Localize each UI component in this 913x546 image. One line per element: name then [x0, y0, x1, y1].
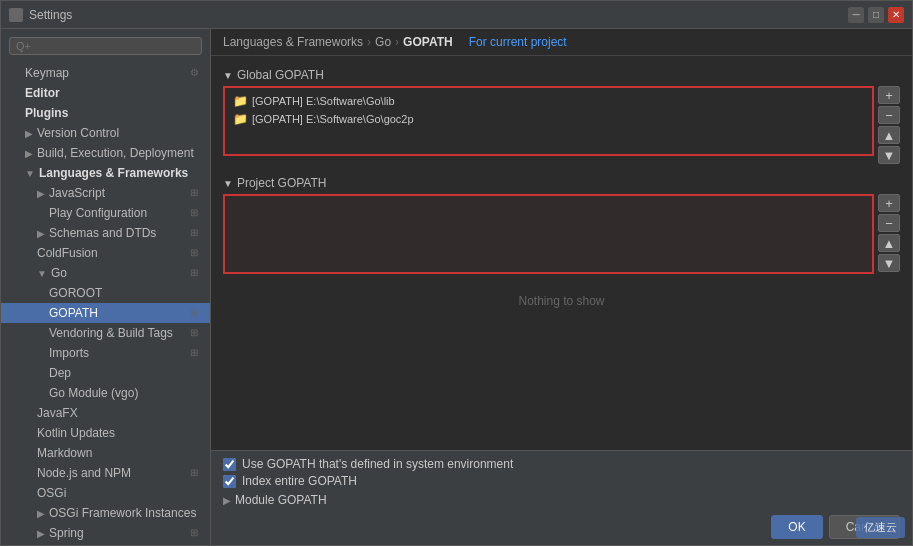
global-add-button[interactable]: + [878, 86, 900, 104]
window-icon [9, 8, 23, 22]
sidebar: Keymap ⚙ Editor Plugins ▶ Version Contro… [1, 29, 211, 545]
footer: Use GOPATH that's defined in system envi… [211, 450, 912, 545]
breadcrumb-sep2: › [395, 35, 399, 49]
external-icon5: ⊞ [190, 267, 202, 279]
sidebar-item-gopath[interactable]: GOPATH ⊞ [1, 303, 210, 323]
imports-label: Imports [49, 346, 89, 360]
footer-buttons: OK Cancel [223, 515, 900, 539]
project-add-button[interactable]: + [878, 194, 900, 212]
search-input[interactable] [9, 37, 202, 55]
search-bar [1, 33, 210, 59]
external-icon9: ⊞ [190, 467, 202, 479]
sidebar-item-javascript[interactable]: ▶ JavaScript ⊞ [1, 183, 210, 203]
breadcrumb-link[interactable]: For current project [469, 35, 567, 49]
external-icon8: ⊞ [190, 347, 202, 359]
folder-icon-1: 📁 [233, 112, 248, 126]
sidebar-item-osgi[interactable]: OSGi [1, 483, 210, 503]
module-label: Module GOPATH [235, 493, 327, 507]
project-up-button[interactable]: ▲ [878, 234, 900, 252]
global-path-label-0: [GOPATH] E:\Software\Go\lib [252, 95, 395, 107]
ok-button[interactable]: OK [771, 515, 822, 539]
panel-body: ▼ Global GOPATH 📁 [GOPATH] E:\Software\G… [211, 56, 912, 450]
use-gopath-label: Use GOPATH that's defined in system envi… [242, 457, 513, 471]
osgi-framework-label: OSGi Framework Instances [49, 506, 196, 520]
window-title: Settings [29, 8, 848, 22]
external-icon4: ⊞ [190, 247, 202, 259]
arrow-right-icon3: ▶ [37, 188, 45, 199]
project-btn-group: + − ▲ ▼ [878, 194, 900, 272]
global-gopath-title: Global GOPATH [237, 68, 324, 82]
index-gopath-checkbox[interactable] [223, 475, 236, 488]
external-icon2: ⊞ [190, 207, 202, 219]
vendoring-label: Vendoring & Build Tags [49, 326, 173, 340]
keymap-label: Keymap [25, 66, 69, 80]
project-gopath-header: ▼ Project GOPATH [211, 172, 912, 194]
external-icon: ⊞ [190, 187, 202, 199]
sidebar-item-plugins[interactable]: Plugins [1, 103, 210, 123]
settings-icon: ⚙ [190, 67, 202, 79]
breadcrumb-go: Go [375, 35, 391, 49]
sidebar-item-imports[interactable]: Imports ⊞ [1, 343, 210, 363]
global-section: 📁 [GOPATH] E:\Software\Go\lib 📁 [GOPATH]… [211, 86, 912, 164]
sidebar-item-play-configuration[interactable]: Play Configuration ⊞ [1, 203, 210, 223]
module-section[interactable]: ▶ Module GOPATH [223, 491, 900, 509]
project-list-row: + − ▲ ▼ [223, 194, 900, 274]
sidebar-item-languages-frameworks[interactable]: ▼ Languages & Frameworks [1, 163, 210, 183]
goroot-label: GOROOT [49, 286, 102, 300]
sidebar-item-coldfusion[interactable]: ColdFusion ⊞ [1, 243, 210, 263]
arrow-right-icon: ▶ [25, 128, 33, 139]
sidebar-item-nodejs-npm[interactable]: Node.js and NPM ⊞ [1, 463, 210, 483]
close-button[interactable]: ✕ [888, 7, 904, 23]
use-gopath-checkbox[interactable] [223, 458, 236, 471]
plugins-label: Plugins [25, 106, 68, 120]
global-btn-group: + − ▲ ▼ [878, 86, 900, 164]
global-path-item-1[interactable]: 📁 [GOPATH] E:\Software\Go\goc2p [229, 110, 868, 128]
sidebar-item-osgi-framework[interactable]: ▶ OSGi Framework Instances [1, 503, 210, 523]
global-path-list: 📁 [GOPATH] E:\Software\Go\lib 📁 [GOPATH]… [223, 86, 874, 156]
external-icon6: ⊞ [190, 307, 202, 319]
arrow-right-icon5: ▶ [37, 508, 45, 519]
play-configuration-label: Play Configuration [49, 206, 147, 220]
sidebar-item-version-control[interactable]: ▶ Version Control [1, 123, 210, 143]
main-panel: Languages & Frameworks › Go › GOPATH For… [211, 29, 912, 545]
build-execution-label: Build, Execution, Deployment [37, 146, 194, 160]
sidebar-item-vendoring[interactable]: Vendoring & Build Tags ⊞ [1, 323, 210, 343]
maximize-button[interactable]: □ [868, 7, 884, 23]
sidebar-item-editor[interactable]: Editor [1, 83, 210, 103]
settings-window: Settings ─ □ ✕ Keymap ⚙ Editor Plugins [0, 0, 913, 546]
global-down-button[interactable]: ▼ [878, 146, 900, 164]
project-path-list [223, 194, 874, 274]
arrow-right-icon4: ▶ [37, 228, 45, 239]
sidebar-item-go-module[interactable]: Go Module (vgo) [1, 383, 210, 403]
global-path-item-0[interactable]: 📁 [GOPATH] E:\Software\Go\lib [229, 92, 868, 110]
checkbox-row-1: Use GOPATH that's defined in system envi… [223, 457, 900, 471]
sidebar-item-kotlin-updates[interactable]: Kotlin Updates [1, 423, 210, 443]
global-up-button[interactable]: ▲ [878, 126, 900, 144]
sidebar-item-spring[interactable]: ▶ Spring ⊞ [1, 523, 210, 543]
project-gopath-title: Project GOPATH [237, 176, 327, 190]
sidebar-item-build-execution[interactable]: ▶ Build, Execution, Deployment [1, 143, 210, 163]
project-arrow-icon: ▼ [223, 178, 233, 189]
project-remove-button[interactable]: − [878, 214, 900, 232]
nothing-to-show: Nothing to show [223, 274, 900, 328]
sidebar-item-keymap[interactable]: Keymap ⚙ [1, 63, 210, 83]
spring-label: Spring [49, 526, 84, 540]
project-down-button[interactable]: ▼ [878, 254, 900, 272]
editor-label: Editor [25, 86, 60, 100]
coldfusion-label: ColdFusion [37, 246, 98, 260]
sidebar-item-go[interactable]: ▼ Go ⊞ [1, 263, 210, 283]
arrow-down-icon2: ▼ [37, 268, 47, 279]
window-controls: ─ □ ✕ [848, 7, 904, 23]
sidebar-item-schemas-dtds[interactable]: ▶ Schemas and DTDs ⊞ [1, 223, 210, 243]
global-gopath-header: ▼ Global GOPATH [211, 64, 912, 86]
languages-frameworks-label: Languages & Frameworks [39, 166, 188, 180]
dep-label: Dep [49, 366, 71, 380]
breadcrumb-languages: Languages & Frameworks [223, 35, 363, 49]
global-list-row: 📁 [GOPATH] E:\Software\Go\lib 📁 [GOPATH]… [223, 86, 900, 164]
sidebar-item-markdown[interactable]: Markdown [1, 443, 210, 463]
sidebar-item-goroot[interactable]: GOROOT [1, 283, 210, 303]
global-remove-button[interactable]: − [878, 106, 900, 124]
sidebar-item-dep[interactable]: Dep [1, 363, 210, 383]
minimize-button[interactable]: ─ [848, 7, 864, 23]
sidebar-item-javafx[interactable]: JavaFX [1, 403, 210, 423]
